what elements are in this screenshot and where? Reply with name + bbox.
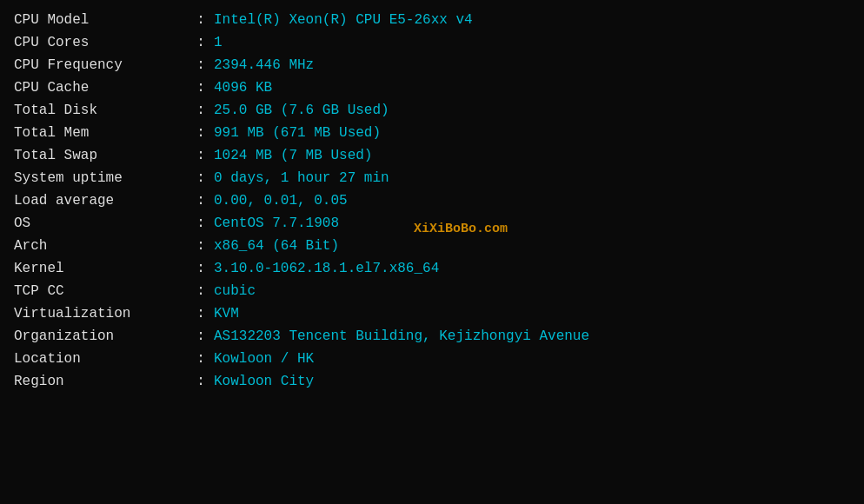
row-label: Total Swap [14,144,188,167]
row-value: Kowloon / HK [214,348,850,370]
table-row: Total Disk:25.0 GB (7.6 GB Used) [14,99,850,122]
row-label: CPU Frequency [14,54,188,76]
row-value: 991 MB (671 MB Used) [214,122,850,144]
table-row: Location:Kowloon / HK [14,348,850,370]
row-label: Arch [14,235,188,257]
row-label: TCP CC [14,280,188,302]
table-row: CPU Frequency:2394.446 MHz [14,54,850,76]
row-separator: : [188,9,214,31]
row-value: CentOS 7.7.1908 [214,212,850,235]
row-label: Location [14,348,188,370]
row-label: CPU Cores [14,31,188,54]
row-separator: : [188,99,214,122]
row-label: Region [14,370,188,393]
row-value: 1 [214,31,850,54]
row-value: KVM [214,302,850,325]
row-separator: : [188,167,214,189]
table-row: System uptime:0 days, 1 hour 27 min [14,167,850,189]
row-label: CPU Model [14,9,188,31]
table-row: Virtualization:KVM [14,302,850,325]
table-row: Total Mem:991 MB (671 MB Used) [14,122,850,144]
row-label: Virtualization [14,302,188,325]
row-separator: : [188,302,214,325]
table-row: CPU Cores:1 [14,31,850,54]
row-value: x86_64 (64 Bit) [214,235,850,257]
row-value: 0 days, 1 hour 27 min [214,167,850,189]
row-separator: : [188,122,214,144]
table-row: OS:CentOS 7.7.1908 [14,212,850,235]
row-separator: : [188,31,214,54]
main-container: XiXiBoBo.com CPU Model:Intel(R) Xeon(R) … [14,9,850,393]
row-label: Total Mem [14,122,188,144]
table-row: Kernel:3.10.0-1062.18.1.el7.x86_64 [14,257,850,280]
row-label: OS [14,212,188,235]
row-value: 2394.446 MHz [214,54,850,76]
table-row: TCP CC:cubic [14,280,850,302]
table-row: CPU Model:Intel(R) Xeon(R) CPU E5-26xx v… [14,9,850,31]
table-row: Region:Kowloon City [14,370,850,393]
row-value: Kowloon City [214,370,850,393]
row-separator: : [188,144,214,167]
table-row: Arch:x86_64 (64 Bit) [14,235,850,257]
row-separator: : [188,280,214,302]
row-label: System uptime [14,167,188,189]
row-separator: : [188,348,214,370]
row-label: Kernel [14,257,188,280]
row-separator: : [188,54,214,76]
row-label: CPU Cache [14,76,188,99]
row-value: cubic [214,280,850,302]
row-value: 0.00, 0.01, 0.05 [214,189,850,212]
table-row: Organization:AS132203 Tencent Building, … [14,325,850,348]
row-label: Organization [14,325,188,348]
row-separator: : [188,212,214,235]
row-value: Intel(R) Xeon(R) CPU E5-26xx v4 [214,9,850,31]
system-info-table: CPU Model:Intel(R) Xeon(R) CPU E5-26xx v… [14,9,850,393]
row-separator: : [188,189,214,212]
row-separator: : [188,370,214,393]
row-separator: : [188,235,214,257]
row-value: 25.0 GB (7.6 GB Used) [214,99,850,122]
table-row: Load average:0.00, 0.01, 0.05 [14,189,850,212]
row-value: AS132203 Tencent Building, Kejizhongyi A… [214,325,850,348]
row-value: 3.10.0-1062.18.1.el7.x86_64 [214,257,850,280]
table-row: CPU Cache:4096 KB [14,76,850,99]
row-separator: : [188,76,214,99]
row-separator: : [188,325,214,348]
row-label: Load average [14,189,188,212]
row-separator: : [188,257,214,280]
row-value: 4096 KB [214,76,850,99]
row-value: 1024 MB (7 MB Used) [214,144,850,167]
row-label: Total Disk [14,99,188,122]
table-row: Total Swap:1024 MB (7 MB Used) [14,144,850,167]
